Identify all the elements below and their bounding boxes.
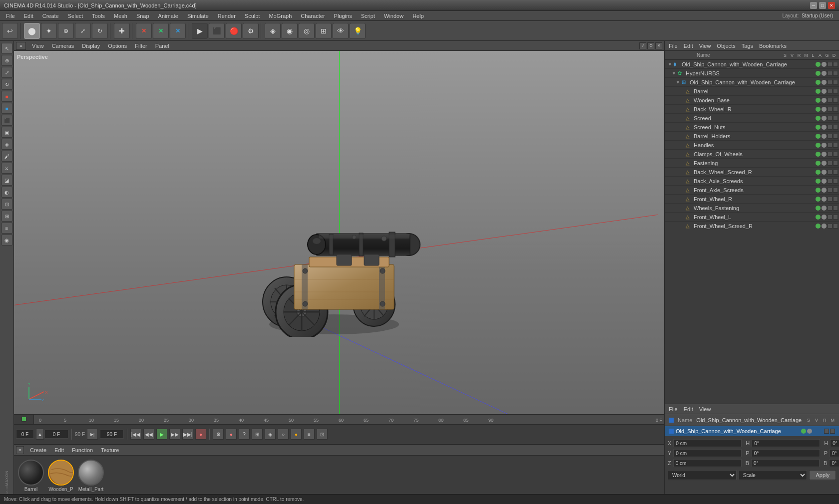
viewport-settings[interactable]: ⚙ [647,42,654,49]
mat-menu-create[interactable]: Create [28,447,48,454]
menu-select[interactable]: Select [64,12,87,20]
play-btn[interactable]: ▶ [156,429,167,440]
anim-btn4[interactable]: ⊞ [252,429,263,440]
render-full[interactable]: 🔴 [226,23,242,39]
dot-v[interactable] [822,62,827,67]
minimize-button[interactable]: ─ [810,2,817,9]
scale-b-input[interactable] [829,459,839,467]
object-tree[interactable]: ▼ ⧫ Old_Ship_Cannon_with_Wooden_Carriage [665,60,839,230]
hn-dot-2[interactable] [822,71,827,76]
menu-mesh[interactable]: Mesh [110,12,131,20]
obj-row-back-axle-screeds[interactable]: △ Back_Axle_Screeds [665,177,839,186]
vp-menu-panel[interactable]: Panel [153,42,171,49]
sidebar-poly[interactable]: ◪ [1,175,12,186]
axis-z[interactable]: ✕ [170,23,186,39]
obj-row-front-axle-screeds[interactable]: △ Front_Axle_Screeds [665,186,839,195]
tool-4[interactable]: ⊞ [316,23,332,39]
sidebar-mode4[interactable]: ▣ [1,127,12,138]
menu-sculpt[interactable]: Sculpt [241,12,264,20]
mat-menu-texture[interactable]: Texture [99,447,121,454]
dot-s[interactable] [816,62,821,67]
sidebar-mat[interactable]: ◉ [1,235,12,246]
viewport-toggle[interactable]: ≡ [16,42,26,50]
sidebar-knife[interactable]: ⚔ [1,163,12,174]
sidebar-paint[interactable]: 🖌 [1,151,12,162]
sidebar-sculpt[interactable]: ◐ [1,187,12,198]
obj-row-wheels-fastening[interactable]: △ Wheels_Fastening [665,204,839,213]
mat-menu-function[interactable]: Function [70,447,95,454]
obj-row-front-wheel-l[interactable]: △ Front_Wheel_L [665,213,839,222]
coord-h-input[interactable] [752,439,820,447]
obj-row-wooden-base[interactable]: △ Wooden_Base [665,96,839,105]
obj-row-screed-nuts[interactable]: △ Screed_Nuts [665,123,839,132]
anim-btn7[interactable]: ● [291,429,302,440]
undo-button[interactable]: ↩ [2,23,18,39]
mat-panel-toggle[interactable]: ≡ [16,446,24,454]
obj-row-scene[interactable]: ▼ ⧫ Old_Ship_Cannon_with_Wooden_Carriage [665,60,839,69]
obj-row-front-wheel-screed-r[interactable]: △ Front_Wheel_Screed_R [665,222,839,230]
menu-plugins[interactable]: Plugins [330,12,356,20]
sidebar-grid[interactable]: ⊞ [1,211,12,222]
om-menu-file[interactable]: File [667,42,680,49]
menu-snap[interactable]: Snap [132,12,153,20]
sidebar-rotate[interactable]: ↻ [1,79,12,90]
current-frame-input[interactable] [16,430,34,439]
sidebar-select[interactable]: ↖ [1,43,12,54]
add-tool[interactable]: ✚ [114,23,130,39]
ca-sq-2[interactable] [833,80,838,85]
hn-dot-1[interactable] [816,71,821,76]
attr-menu-file[interactable]: File [667,406,680,413]
obj-row-barrel[interactable]: △ Barrel [665,87,839,96]
scale-p-input[interactable] [830,449,839,457]
coord-z-input[interactable] [673,459,742,467]
obj-row-screed[interactable]: △ Screed [665,114,839,123]
tool-3[interactable]: ◎ [299,23,315,39]
material-wooden[interactable]: Wooden_P [48,460,74,492]
coord-system-select[interactable]: World Object Parent [668,470,737,480]
anim-btn8[interactable]: ≡ [304,429,315,440]
expand-hypernurbs[interactable]: ▼ [672,71,678,76]
attr-menu-view[interactable]: View [697,406,713,413]
ca-dot-2[interactable] [822,80,827,85]
coord-p-input[interactable] [752,449,820,457]
sidebar-mode2[interactable]: ■ [1,103,12,114]
obj-row-back-wheel-screed-r[interactable]: △ Back_Wheel_Screed_R [665,168,839,177]
mode-object[interactable]: ⬤ [24,23,40,39]
record-btn[interactable]: ● [195,429,206,440]
ca-sq-1[interactable] [828,80,833,85]
sq-m[interactable] [833,62,838,67]
vp-menu-display[interactable]: Display [80,42,102,49]
coord-y-input[interactable] [673,449,742,457]
tool-1[interactable]: ◈ [265,23,281,39]
anim-btn3[interactable]: ? [239,429,250,440]
sel-sq-1[interactable] [824,429,829,434]
expand-scene[interactable]: ▼ [668,62,674,67]
end-frame-btn[interactable]: ▶| [87,429,98,440]
menu-character[interactable]: Character [297,12,329,20]
om-menu-tags[interactable]: Tags [740,42,755,49]
rotate-tool[interactable]: ↻ [92,23,108,39]
vp-menu-options[interactable]: Options [106,42,129,49]
vp-menu-cameras[interactable]: Cameras [50,42,76,49]
obj-row-hypernurbs[interactable]: ▼ ✿ HyperNURBS [665,69,839,78]
menu-mograph[interactable]: MoGraph [265,12,296,20]
om-menu-view[interactable]: View [697,42,713,49]
sidebar-snap[interactable]: ⊡ [1,199,12,210]
close-button[interactable]: ✕ [828,2,835,9]
sidebar-scale[interactable]: ⤢ [1,67,12,78]
expand-cannon[interactable]: ▼ [676,80,682,85]
hn-sq-2[interactable] [833,71,838,76]
render-region[interactable]: ⬛ [209,23,225,39]
menu-window[interactable]: Window [380,12,408,20]
om-menu-objects[interactable]: Objects [715,42,737,49]
sidebar-layer[interactable]: ≡ [1,223,12,234]
scale-tool[interactable]: ⤢ [75,23,91,39]
maximize-button[interactable]: □ [819,2,826,9]
menu-edit[interactable]: Edit [20,12,37,20]
anim-btn2[interactable]: ● [226,429,237,440]
selected-obj-row[interactable]: Old_Ship_Cannon_with_Wooden_Carriage [665,426,839,436]
menu-animate[interactable]: Animate [154,12,182,20]
menu-simulate[interactable]: Simulate [183,12,213,20]
sidebar-mode3[interactable]: ⬛ [1,115,12,126]
anim-btn9[interactable]: ⊡ [317,429,328,440]
